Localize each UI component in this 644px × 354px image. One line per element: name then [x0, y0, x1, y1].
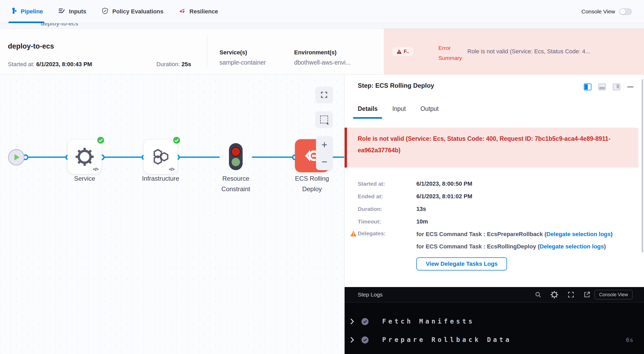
canvas-zoom-panel: + −: [316, 136, 333, 170]
duration: Duration: 25s: [156, 61, 191, 68]
node-label-resource-constraint: Resource Constraint: [209, 173, 262, 194]
gear-icon[interactable]: [550, 291, 558, 299]
tab-policy-evaluations[interactable]: Policy Evaluations: [101, 0, 163, 23]
field-value: 6/1/2023, 8:01:02 PM: [416, 193, 472, 200]
tab-resilience[interactable]: Resilience: [179, 0, 218, 23]
node-infrastructure[interactable]: </>: [144, 139, 178, 174]
layout-split-icon[interactable]: [584, 84, 591, 90]
failed-status-badge[interactable]: F..: [392, 47, 413, 56]
warning-icon: [397, 49, 402, 54]
start-node[interactable]: [8, 149, 24, 165]
open-in-new-tab-icon[interactable]: [584, 291, 590, 298]
code-glyph: </>: [169, 167, 174, 172]
node-service[interactable]: </>: [68, 139, 102, 174]
field-label: Duration:: [358, 206, 382, 212]
environments-block: Environment(s) dbothwell-aws-envi...: [294, 49, 351, 66]
step-logs-body: Fetch Manifests Prepare Rollback Data 6s: [345, 303, 644, 354]
service-success-badge: [97, 136, 105, 144]
layout-bottom-icon[interactable]: [598, 84, 606, 90]
minimize-panel-icon[interactable]: [627, 86, 633, 87]
edge-start-service: [25, 157, 69, 158]
top-nav-tabs: Pipeline Inputs Policy Evaluations Res: [10, 0, 218, 23]
toggle-knob: [620, 9, 625, 14]
step-error-banner: Role is not valid (Service: Ecs, Status …: [345, 128, 638, 168]
gear-icon: [75, 147, 94, 166]
inputs-icon: [58, 7, 65, 16]
scrolled-under-title: deploy-to-ecs: [41, 23, 78, 27]
success-check-icon: [361, 336, 369, 343]
tab-label: Pipeline: [21, 8, 43, 15]
infrastructure-success-badge: [173, 136, 181, 144]
node-label-infrastructure: Infrastructure: [134, 173, 187, 184]
view-delegate-tasks-logs-button[interactable]: View Delegate Tasks Logs: [416, 257, 507, 270]
started-at: Started at: 6/1/2023, 8:00:43 PM: [8, 61, 92, 68]
environments-value[interactable]: dbothwell-aws-envi...: [294, 59, 351, 66]
log-section-title: Fetch Manifests: [382, 318, 475, 325]
field-value: 6/1/2023, 8:00:50 PM: [416, 180, 472, 187]
tab-input[interactable]: Input: [392, 105, 406, 119]
delegate-selection-logs-link[interactable]: Delegate selection logs: [540, 243, 604, 250]
services-value[interactable]: sample-container: [219, 59, 266, 66]
execution-title: deploy-to-ecs: [8, 42, 54, 50]
chevron-right-icon[interactable]: [350, 319, 354, 324]
delegates-label: Delegates:: [358, 230, 386, 237]
tab-pipeline[interactable]: Pipeline: [10, 0, 43, 23]
log-section-row[interactable]: Fetch Manifests: [345, 316, 644, 327]
play-icon: [14, 154, 19, 160]
console-view-control: Console View: [581, 0, 632, 23]
log-section-duration: 6s: [626, 337, 634, 343]
services-block: Service(s) sample-container: [219, 49, 266, 66]
edge-infrastructure-constraint: [177, 157, 220, 158]
panel-scrollbar[interactable]: [642, 79, 643, 253]
log-section-title: Prepare Rollback Data: [382, 336, 512, 343]
node-label-ecs-rolling-deploy: ECS Rolling Deploy: [286, 173, 338, 194]
hexagons-icon: [151, 147, 170, 166]
delegate-item: for ECS Command Task : EcsRollingDeploy …: [416, 242, 630, 251]
error-summary-text: Role is not valid (Service: Ecs, Status …: [467, 48, 642, 55]
active-tab-underline: [8, 22, 44, 23]
warning-icon: [350, 231, 356, 236]
chevron-right-icon[interactable]: [350, 337, 354, 343]
duration-label: Duration:: [156, 61, 180, 67]
tab-output[interactable]: Output: [421, 105, 439, 119]
field-row-timeout: Timeout: 10m: [345, 215, 634, 228]
zoom-out-button[interactable]: −: [321, 157, 327, 167]
field-row-started: Started at: 6/1/2023, 8:00:50 PM: [345, 178, 634, 190]
tab-inputs[interactable]: Inputs: [58, 0, 86, 23]
tab-label: Inputs: [69, 8, 86, 15]
started-at-label: Started at:: [8, 61, 35, 67]
step-panel-tabs: Details Input Output: [358, 105, 439, 119]
tab-label: Resilience: [190, 8, 218, 15]
tab-label: Policy Evaluations: [112, 8, 163, 15]
expand-logs-icon[interactable]: [567, 291, 575, 298]
node-resource-constraint[interactable]: [229, 143, 243, 170]
services-label: Service(s): [219, 49, 266, 56]
top-nav: Pipeline Inputs Policy Evaluations Res: [0, 0, 644, 23]
canvas-marquee-select-button[interactable]: [315, 111, 333, 128]
pipeline-icon: [10, 7, 17, 16]
edge-service-infrastructure: [102, 157, 145, 158]
pipeline-canvas[interactable]: </> Service </> Infrastructure Resource …: [0, 75, 344, 354]
label-line1: ECS Rolling: [286, 173, 338, 184]
traffic-light-red: [231, 147, 241, 157]
console-view-toggle[interactable]: [619, 8, 632, 15]
layout-right-icon[interactable]: [613, 84, 620, 90]
edge-constraint-ecs: [252, 157, 295, 158]
search-icon[interactable]: [535, 291, 541, 298]
tab-details[interactable]: Details: [358, 105, 377, 119]
delegate-selection-logs-link[interactable]: Delegate selection logs: [546, 231, 611, 237]
zoom-in-button[interactable]: +: [321, 140, 327, 150]
shield-check-icon: [101, 7, 109, 16]
delegate-task-suffix: ): [604, 243, 606, 250]
label-line2: Deploy: [286, 184, 338, 194]
fullscreen-icon: [320, 91, 328, 99]
delegates-text: for ECS Command Task : EcsPrepareRollbac…: [416, 230, 630, 255]
field-row-ended: Ended at: 6/1/2023, 8:01:02 PM: [345, 190, 634, 203]
logs-console-view-button[interactable]: Console View: [595, 290, 632, 299]
failed-status-text: F..: [404, 49, 409, 54]
step-error-text: Role is not valid (Service: Ecs, Status …: [358, 133, 623, 156]
error-summary-strip: F.. Error Summary Role is not valid (Ser…: [384, 29, 644, 75]
duration-value: 25s: [181, 61, 191, 67]
canvas-fullscreen-button[interactable]: [315, 87, 333, 103]
log-section-row[interactable]: Prepare Rollback Data 6s: [345, 335, 644, 345]
